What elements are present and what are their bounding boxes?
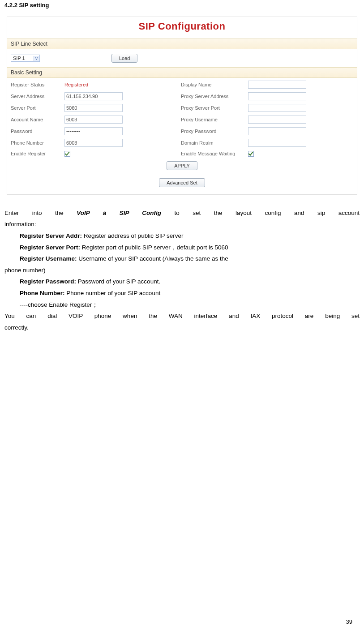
l5-t: Phone number of your SIP account — [65, 290, 161, 296]
section-sip-line-select: SIP Line Select — [7, 39, 357, 49]
label-server-address: Server Address — [7, 90, 61, 102]
label-register-status: Register Status — [7, 79, 61, 90]
label-enable-message-waiting: Enable Message Waiting — [177, 149, 244, 159]
label-enable-register: Enable Register — [7, 149, 61, 159]
page-number: 39 — [346, 618, 352, 625]
label-account-name: Account Name — [7, 114, 61, 125]
l2-t: Register port of public SIP server，defau… — [80, 244, 228, 251]
label-proxy-server-port: Proxy Server Port — [177, 102, 244, 114]
label-proxy-server-address: Proxy Server Address — [177, 90, 244, 102]
p1-line2: information: — [4, 219, 360, 230]
l1-b: Register Server Addr: — [20, 232, 84, 239]
p1-c: to set the layout config and sip account — [161, 210, 360, 216]
label-password: Password — [7, 125, 61, 137]
domain-realm-input[interactable] — [248, 139, 306, 147]
password-input[interactable] — [64, 127, 123, 135]
p2-line1: You can dial VOIP phone when the WAN int… — [4, 310, 360, 322]
server-port-input[interactable] — [64, 104, 123, 112]
l5-b: Phone Number: — [20, 290, 65, 296]
chevron-down-icon: v — [34, 56, 39, 61]
section-basic-setting: Basic Setting — [7, 67, 357, 78]
enable-message-waiting-checkbox[interactable] — [248, 151, 254, 157]
l3-line2: phone number) — [4, 265, 360, 276]
phone-number-input[interactable] — [64, 139, 123, 147]
label-display-name: Display Name — [177, 79, 244, 90]
l3-b: Register Username: — [20, 255, 77, 262]
label-phone-number: Phone Number — [7, 137, 61, 149]
server-address-input[interactable] — [64, 92, 123, 100]
display-name-input[interactable] — [248, 81, 306, 89]
sip-line-select[interactable]: SIP 1 v — [11, 55, 40, 62]
config-title: SIP Configuration — [7, 17, 357, 39]
label-server-port: Server Port — [7, 102, 61, 114]
p2-line2: correctly. — [4, 322, 360, 334]
proxy-server-address-input[interactable] — [248, 92, 306, 100]
proxy-server-port-input[interactable] — [248, 104, 306, 112]
label-proxy-username: Proxy Username — [177, 114, 244, 125]
proxy-username-input[interactable] — [248, 116, 306, 124]
l4-t: Password of your SIP account. — [76, 278, 160, 285]
p1-a: Enter into the — [4, 210, 77, 216]
l2-b: Register Server Port: — [20, 244, 80, 251]
load-button[interactable]: Load — [111, 54, 137, 63]
proxy-password-input[interactable] — [248, 127, 306, 135]
l6: ----choose Enable Register； — [4, 299, 360, 311]
body-text: Enter into the VoIP à SIP Config to set … — [4, 207, 360, 334]
apply-button[interactable]: APPLY — [167, 161, 197, 170]
section-heading: 4.2.2 SIP setting — [4, 2, 360, 9]
l3-t: Username of your SIP account (Always the… — [77, 255, 228, 262]
sip-line-value: SIP 1 — [12, 56, 25, 61]
l4-b: Register Password: — [20, 278, 76, 285]
label-proxy-password: Proxy Password — [177, 125, 244, 137]
basic-setting-table: Register Status Registered Display Name … — [7, 79, 357, 159]
value-register-status: Registered — [64, 82, 88, 87]
advanced-set-button[interactable]: Advanced Set — [159, 178, 205, 187]
p1-b: VoIP à SIP Config — [77, 210, 161, 216]
l1-t: Register address of public SIP server — [84, 232, 184, 239]
label-domain-realm: Domain Realm — [177, 137, 244, 149]
enable-register-checkbox[interactable] — [64, 151, 70, 157]
account-name-input[interactable] — [64, 116, 123, 124]
sip-config-panel: SIP Configuration SIP Line Select SIP 1 … — [7, 17, 357, 195]
